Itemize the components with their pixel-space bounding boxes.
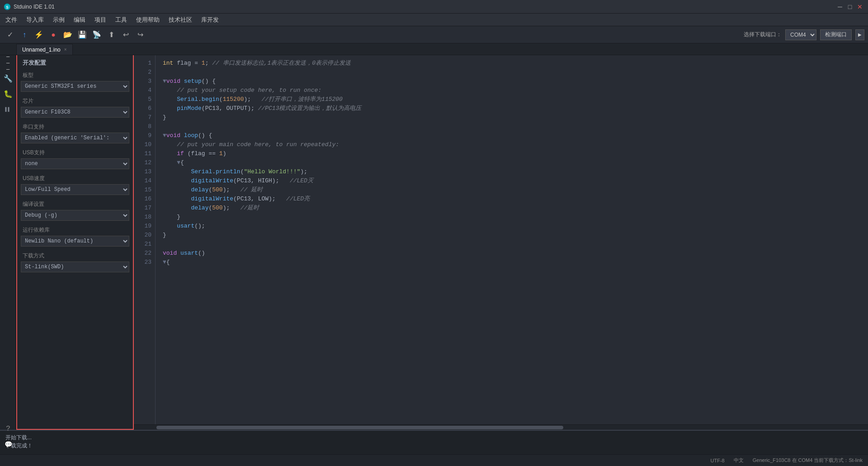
open-button[interactable]: 📂 <box>61 29 74 41</box>
board-type-dropdown[interactable]: Generic STM32F1 series <box>21 81 129 92</box>
runtime-lib-dropdown[interactable]: Newlib Nano (default) <box>21 236 129 247</box>
editor-tab[interactable]: Unnamed_1.ino × <box>16 44 73 55</box>
usb-speed-select[interactable]: Low/Full Speed <box>21 184 129 195</box>
menu-project[interactable]: 项目 <box>93 15 108 25</box>
usb-support-label: USB支持 <box>17 146 133 157</box>
encoding-status: UTF-8 <box>711 458 725 463</box>
language-status: 中文 <box>734 457 744 464</box>
chip-label: 芯片 <box>17 95 133 106</box>
new-button[interactable]: ● <box>47 29 60 41</box>
tab-close-button[interactable]: × <box>64 47 67 52</box>
menu-edit[interactable]: 编辑 <box>72 15 87 25</box>
close-button[interactable]: ✕ <box>855 2 864 11</box>
port-label: 选择下载端口： <box>744 31 782 38</box>
chat-icon[interactable]: 💬 <box>2 438 14 451</box>
serial-support-dropdown[interactable]: Enabled (generic 'Serial': <box>21 133 129 143</box>
wrench-icon[interactable]: 🔧 <box>2 72 14 85</box>
bug-icon[interactable]: 🐛 <box>2 88 14 100</box>
board-type-label: 板型 <box>17 69 133 80</box>
menu-help[interactable]: 使用帮助 <box>134 15 161 25</box>
download-method-label: 下载方式 <box>17 249 133 261</box>
toolbar: ✓ ↑ ⚡ ● 📂 💾 📡 ⬆ ↩ ↪ 选择下载端口： COM4 检测端口 ▶ <box>0 26 868 43</box>
usb-support-select[interactable]: none <box>21 158 129 169</box>
compile-settings-dropdown[interactable]: Debug (-g) <box>21 210 129 221</box>
dev-config-label: 开发配置 <box>17 55 133 69</box>
port-select[interactable]: COM4 <box>785 29 816 40</box>
minimize-button[interactable]: ─ <box>835 2 844 11</box>
detect-port-button[interactable]: 检测端口 <box>820 29 852 40</box>
log-line-2: 下载完成！ <box>5 442 863 450</box>
menubar: 文件 导入库 示例 编辑 项目 工具 使用帮助 技术社区 库开发 <box>0 14 868 26</box>
log-line-1: 开始下载... <box>5 433 863 442</box>
menu-file[interactable]: 文件 <box>4 15 19 25</box>
code-container[interactable]: 12345 678910 1112131415 1617181920 21222… <box>134 55 868 424</box>
app-title: Stduino IDE 1.01 <box>14 4 835 10</box>
code-editor[interactable]: int flag = 1; // 串口发送标志位,1表示正在发送，0表示停止发送… <box>156 55 868 424</box>
upload-button[interactable]: ↑ <box>18 29 31 41</box>
chip-select[interactable]: Generic F103C8 <box>21 107 129 118</box>
menu-community[interactable]: 技术社区 <box>167 15 194 25</box>
usb-speed-label: USB速度 <box>17 172 133 183</box>
editor-area: 12345 678910 1112131415 1617181920 21222… <box>134 55 868 430</box>
undo-button[interactable]: ↩ <box>119 29 132 41</box>
window-controls: ─ □ ✕ <box>835 2 864 11</box>
save-button[interactable]: 💾 <box>76 29 89 41</box>
menu-toggle-icon[interactable]: ——— <box>2 57 14 70</box>
compile-settings-select[interactable]: Debug (-g) <box>21 210 129 221</box>
app-icon: S <box>4 3 11 10</box>
board-info-status: Generic_F103C8 在 COM4 当前下载方式：St-link <box>753 457 863 464</box>
chip-dropdown[interactable]: Generic F103C8 <box>21 107 129 118</box>
serial-support-label: 串口支持 <box>17 120 133 132</box>
menu-lib-dev[interactable]: 库开发 <box>199 15 221 25</box>
verify-button[interactable]: ✓ <box>4 29 16 41</box>
download-method-dropdown[interactable]: St-link(SWD) <box>21 262 129 272</box>
menu-tools[interactable]: 工具 <box>113 15 129 25</box>
serial-support-select[interactable]: Enabled (generic 'Serial': <box>21 133 129 143</box>
help-icon[interactable]: ? <box>2 423 14 435</box>
port-area: 选择下载端口： COM4 检测端口 ▶ <box>744 29 864 40</box>
svg-text:S: S <box>6 5 9 10</box>
tab-filename: Unnamed_1.ino <box>22 47 61 53</box>
line-numbers: 12345 678910 1112131415 1617181920 21222… <box>134 55 156 424</box>
usb-speed-dropdown[interactable]: Low/Full Speed <box>21 184 129 195</box>
usb-support-dropdown[interactable]: none <box>21 158 129 169</box>
runtime-lib-select[interactable]: Newlib Nano (default) <box>21 236 129 247</box>
upload2-button[interactable]: ⬆ <box>105 29 118 41</box>
maximize-button[interactable]: □ <box>845 2 854 11</box>
menu-import-lib[interactable]: 导入库 <box>24 15 46 25</box>
horizontal-scrollbar[interactable] <box>134 424 868 430</box>
board-config-panel: 开发配置 板型 Generic STM32F1 series 芯片 Generi… <box>16 55 134 430</box>
serial-button[interactable]: 📡 <box>90 29 103 41</box>
menu-examples[interactable]: 示例 <box>51 15 66 25</box>
serial-monitor-icon[interactable]: ▌▌ <box>2 103 14 116</box>
board-type-select[interactable]: Generic STM32F1 series <box>21 81 129 92</box>
bottom-sidebar-icons: ? 💬 <box>0 423 16 454</box>
titlebar: S Stduino IDE 1.01 ─ □ ✕ <box>0 0 868 14</box>
redo-button[interactable]: ↪ <box>134 29 146 41</box>
sidebar-icons: ——— 🔧 🐛 ▌▌ <box>0 55 16 430</box>
download-method-select[interactable]: St-link(SWD) <box>21 262 129 272</box>
tabbar: Unnamed_1.ino × <box>0 43 868 55</box>
flash-button[interactable]: ⚡ <box>33 29 45 41</box>
runtime-lib-label: 运行依赖库 <box>17 223 133 235</box>
hscroll-thumb[interactable] <box>156 426 563 429</box>
statusbar: UTF-8 中文 Generic_F103C8 在 COM4 当前下载方式：St… <box>0 454 868 466</box>
port-expand-button[interactable]: ▶ <box>855 29 864 40</box>
compile-settings-label: 编译设置 <box>17 198 133 209</box>
